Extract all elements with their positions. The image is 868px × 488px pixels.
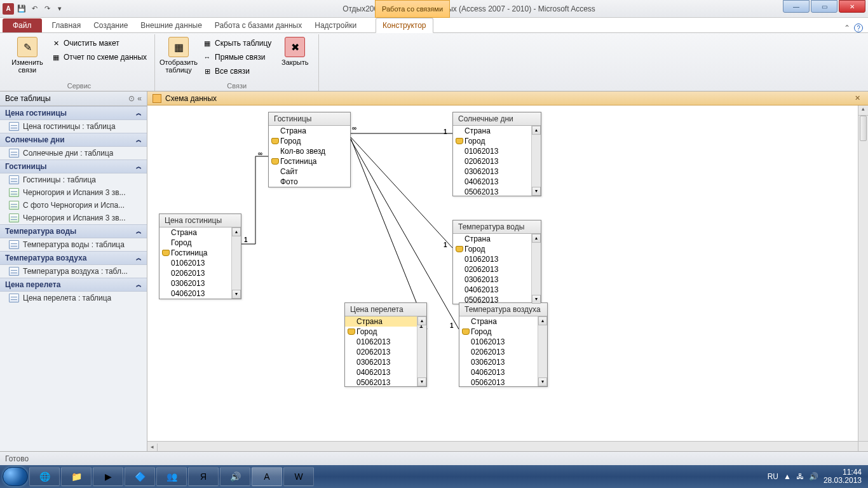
scroll-down-icon[interactable]: ▾: [232, 290, 241, 299]
taskbar-ie[interactable]: 🌐: [29, 467, 60, 486]
direct-relationships-button[interactable]: ↔Прямые связи: [200, 51, 274, 64]
tab-external-data[interactable]: Внешние данные: [134, 18, 208, 32]
table-field[interactable]: Город: [453, 244, 532, 254]
nav-dropdown-icon[interactable]: ⊙: [128, 94, 135, 103]
table-field[interactable]: 01062013: [453, 146, 532, 156]
scroll-up-icon[interactable]: ▴: [538, 316, 547, 325]
table-field[interactable]: 03062013: [345, 357, 417, 367]
file-tab[interactable]: Файл: [3, 18, 42, 32]
nav-collapse-icon[interactable]: «: [137, 94, 142, 103]
table-field[interactable]: 01062013: [453, 254, 532, 264]
nav-item[interactable]: Черногория и Испания 3 зв...: [0, 212, 147, 224]
scroll-down-icon[interactable]: ▾: [532, 295, 541, 304]
table-field[interactable]: 01062013: [159, 258, 232, 268]
taskbar-explorer[interactable]: 📁: [61, 467, 92, 486]
table-box-hostels[interactable]: Гостиницы СтранаГородКол-во звездГостини…: [268, 112, 351, 187]
taskbar-word[interactable]: W: [283, 467, 314, 486]
minimize-button[interactable]: —: [783, 0, 810, 13]
table-field[interactable]: Гостиница: [269, 156, 341, 166]
nav-item[interactable]: Цена перелета : таблица: [0, 292, 147, 304]
table-field[interactable]: Город: [159, 238, 232, 248]
nav-group-header[interactable]: Температура воды︽: [0, 224, 147, 238]
nav-group-header[interactable]: Температура воздуха︽: [0, 251, 147, 265]
table-field[interactable]: 02062013: [453, 156, 532, 166]
tray-flag-icon[interactable]: ▲: [783, 472, 791, 481]
table-field[interactable]: 03062013: [459, 357, 538, 367]
tray-lang[interactable]: RU: [768, 472, 778, 481]
nav-item[interactable]: Черногория и Испания 3 зв...: [0, 186, 147, 199]
horizontal-scrollbar[interactable]: ◂: [147, 441, 858, 451]
nav-group-header[interactable]: Цена перелета︽: [0, 278, 147, 292]
scroll-up-icon[interactable]: ▴: [532, 234, 541, 243]
maximize-button[interactable]: ▭: [811, 0, 837, 13]
table-field[interactable]: 04062013: [453, 285, 532, 295]
edit-relationships-button[interactable]: ✎ Изменить связи: [9, 34, 46, 76]
table-field[interactable]: 04062013: [453, 177, 532, 187]
table-field[interactable]: Город: [459, 327, 538, 337]
table-field[interactable]: Сайт: [269, 166, 341, 177]
nav-item[interactable]: Цена гостиницы : таблица: [0, 120, 147, 133]
scroll-up-icon[interactable]: ▴: [417, 316, 426, 325]
table-box-price[interactable]: Цена гостиницы ▴▾СтранаГородГостиница010…: [159, 214, 241, 299]
table-field[interactable]: Страна: [345, 316, 417, 327]
table-field[interactable]: Страна: [453, 234, 532, 244]
table-field[interactable]: Фото: [269, 177, 341, 187]
table-field[interactable]: Город: [345, 327, 417, 337]
tray-clock[interactable]: 11:44 28.03.2013: [824, 468, 862, 485]
table-field[interactable]: 01062013: [459, 337, 538, 347]
table-field[interactable]: 03062013: [453, 274, 532, 285]
scroll-up-icon[interactable]: ▴: [232, 227, 241, 236]
tab-addins[interactable]: Надстройки: [308, 18, 363, 32]
tab-create[interactable]: Создание: [87, 18, 134, 32]
table-field[interactable]: 05062013: [345, 377, 417, 386]
document-tab[interactable]: Схема данных ✕: [147, 92, 868, 105]
table-field[interactable]: 05062013: [453, 187, 532, 196]
tab-database-tools[interactable]: Работа с базами данных: [208, 18, 308, 32]
start-button[interactable]: [3, 467, 28, 486]
table-field[interactable]: Кол-во звезд: [269, 146, 341, 156]
nav-group-header[interactable]: Гостиницы︽: [0, 159, 147, 173]
nav-item[interactable]: С фото Черногория и Испа...: [0, 199, 147, 212]
scroll-down-icon[interactable]: ▾: [532, 187, 541, 196]
close-button[interactable]: ✕: [839, 0, 865, 13]
taskbar-app1[interactable]: 🔷: [125, 467, 155, 486]
table-field[interactable]: 05062013: [459, 377, 538, 386]
taskbar-access[interactable]: A: [252, 467, 282, 486]
table-box-sunny[interactable]: Солнечные дни ▴▾СтранаГород0106201302062…: [452, 112, 541, 196]
hide-table-button[interactable]: ▦Скрыть таблицу: [200, 37, 274, 50]
nav-group-header[interactable]: Цена гостиницы︽: [0, 106, 147, 120]
table-field[interactable]: Страна: [453, 126, 532, 136]
tab-home[interactable]: Главная: [46, 18, 88, 32]
taskbar-sound[interactable]: 🔊: [220, 467, 250, 486]
table-field[interactable]: 04062013: [159, 288, 232, 299]
table-field[interactable]: 02062013: [459, 347, 538, 357]
table-field[interactable]: 02062013: [159, 268, 232, 278]
show-table-button[interactable]: ▦ Отобразить таблицу: [160, 34, 197, 76]
system-tray[interactable]: RU ▲ 🖧 🔊 11:44 28.03.2013: [768, 468, 865, 485]
table-field[interactable]: 02062013: [345, 347, 417, 357]
qat-dropdown-icon[interactable]: ▾: [55, 4, 65, 14]
taskbar-yandex[interactable]: Я: [188, 467, 219, 486]
nav-item[interactable]: Температура воздуха : табл...: [0, 265, 147, 278]
table-field[interactable]: Страна: [159, 227, 232, 238]
table-field[interactable]: Гостиница: [159, 248, 232, 258]
table-field[interactable]: Город: [453, 136, 532, 146]
nav-group-header[interactable]: Солнечные дни︽: [0, 133, 147, 147]
table-field[interactable]: Страна: [459, 316, 538, 327]
tab-design[interactable]: Конструктор: [376, 18, 433, 33]
table-field[interactable]: Город: [269, 136, 341, 146]
table-field[interactable]: 03062013: [453, 166, 532, 177]
table-field[interactable]: 03062013: [159, 278, 232, 288]
taskbar-media[interactable]: ▶: [93, 467, 123, 486]
nav-item[interactable]: Солнечные дни : таблица: [0, 147, 147, 159]
scroll-up-icon[interactable]: ▴: [532, 126, 541, 135]
table-field[interactable]: 01062013: [345, 337, 417, 347]
nav-item[interactable]: Гостиницы : таблица: [0, 173, 147, 186]
all-relationships-button[interactable]: ⊞Все связи: [200, 65, 274, 78]
table-field[interactable]: 02062013: [453, 264, 532, 274]
redo-icon[interactable]: ↷: [42, 4, 52, 14]
document-close-icon[interactable]: ✕: [852, 94, 863, 102]
table-box-flight[interactable]: Цена перелета ▴▾СтранаГород0106201302062…: [344, 302, 427, 387]
table-field[interactable]: 04062013: [345, 367, 417, 377]
tray-network-icon[interactable]: 🖧: [796, 472, 804, 481]
